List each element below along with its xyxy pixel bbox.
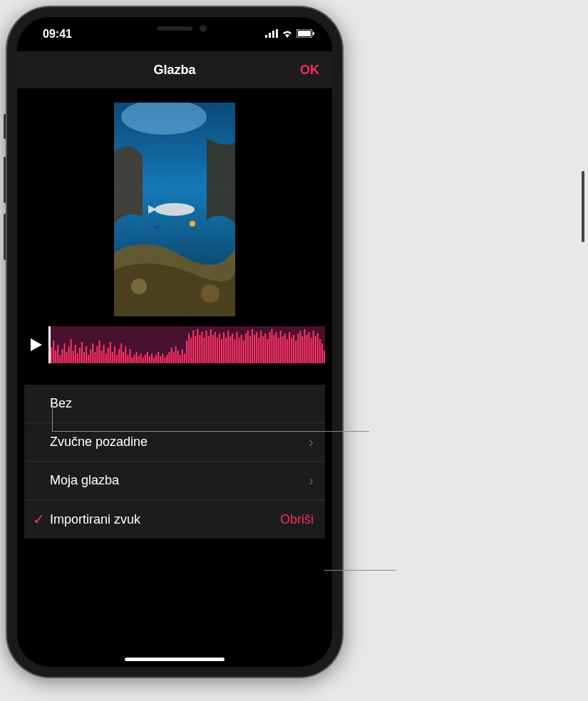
svg-rect-129	[297, 333, 299, 363]
svg-rect-47	[118, 349, 120, 363]
svg-rect-118	[274, 335, 275, 363]
svg-rect-132	[304, 329, 305, 363]
svg-rect-43	[110, 342, 111, 363]
page-title: Glazba	[17, 63, 332, 78]
svg-rect-33	[88, 355, 89, 363]
svg-rect-23	[66, 352, 68, 363]
option-none[interactable]: Bez	[24, 385, 325, 423]
svg-rect-102	[238, 338, 239, 363]
svg-rect-20	[59, 355, 61, 363]
svg-rect-35	[92, 343, 93, 363]
svg-rect-89	[210, 329, 212, 363]
delete-button[interactable]: Obriši	[280, 512, 314, 527]
svg-rect-108	[252, 329, 253, 363]
svg-rect-116	[269, 332, 270, 363]
svg-rect-55	[136, 352, 138, 363]
svg-rect-87	[206, 331, 207, 363]
svg-rect-135	[311, 338, 312, 363]
svg-rect-63	[153, 358, 155, 363]
svg-rect-48	[120, 343, 122, 363]
status-icons	[265, 28, 315, 41]
svg-rect-36	[94, 352, 96, 363]
checkmark-icon: ✓	[33, 511, 50, 528]
svg-point-9	[155, 203, 195, 216]
svg-point-13	[201, 284, 220, 303]
svg-rect-19	[57, 345, 58, 363]
music-options-list: Bez Zvučne pozadine › Moja glazba › ✓ Im…	[24, 385, 325, 539]
screen: 09:41 Glazba OK	[17, 17, 332, 667]
svg-rect-38	[98, 341, 100, 363]
svg-rect-140	[321, 343, 323, 363]
svg-rect-136	[313, 331, 314, 363]
svg-rect-103	[241, 335, 242, 363]
ok-button[interactable]: OK	[300, 63, 319, 78]
svg-rect-125	[289, 332, 290, 363]
svg-rect-26	[73, 350, 74, 363]
svg-rect-101	[236, 332, 237, 363]
video-preview	[17, 88, 332, 326]
svg-rect-139	[319, 339, 321, 363]
svg-rect-46	[116, 355, 118, 363]
svg-rect-39	[101, 350, 103, 363]
svg-rect-133	[306, 335, 307, 363]
status-time: 09:41	[34, 28, 72, 41]
svg-rect-50	[125, 346, 126, 363]
svg-rect-72	[173, 352, 175, 363]
battery-icon	[296, 28, 315, 41]
playhead[interactable]	[48, 326, 51, 363]
svg-rect-25	[71, 339, 72, 363]
svg-rect-71	[171, 348, 172, 363]
play-button[interactable]	[24, 326, 48, 363]
svg-rect-122	[282, 336, 284, 363]
option-soundtracks[interactable]: Zvučne pozadine ›	[24, 423, 325, 462]
svg-rect-28	[77, 353, 78, 363]
option-label: Zvučne pozadine	[36, 435, 309, 450]
svg-rect-56	[138, 356, 140, 363]
svg-rect-32	[86, 346, 87, 363]
svg-rect-80	[190, 338, 192, 363]
svg-rect-98	[229, 336, 231, 363]
svg-rect-60	[147, 352, 148, 363]
svg-rect-97	[227, 331, 229, 363]
svg-rect-109	[254, 335, 255, 363]
svg-rect-6	[313, 32, 314, 35]
wifi-icon	[281, 28, 294, 41]
svg-rect-81	[192, 331, 194, 363]
svg-rect-67	[162, 353, 163, 363]
svg-rect-5	[298, 31, 311, 36]
svg-rect-0	[265, 35, 267, 38]
svg-rect-58	[143, 358, 144, 363]
svg-rect-68	[164, 358, 165, 363]
svg-rect-66	[160, 356, 161, 363]
option-imported-audio[interactable]: ✓ Importirani zvuk Obriši	[24, 500, 325, 539]
phone-frame: 09:41 Glazba OK	[7, 7, 342, 677]
svg-rect-84	[199, 335, 200, 363]
svg-rect-107	[249, 336, 251, 363]
svg-rect-113	[262, 336, 264, 363]
chevron-right-icon: ›	[309, 434, 314, 450]
option-my-music[interactable]: Moja glazba ›	[24, 462, 325, 500]
option-label: Bez	[36, 396, 314, 411]
svg-rect-21	[61, 349, 63, 363]
svg-rect-105	[245, 333, 247, 363]
svg-point-11	[155, 225, 159, 229]
home-indicator[interactable]	[125, 658, 225, 661]
svg-rect-123	[284, 333, 286, 363]
svg-rect-24	[68, 346, 70, 363]
video-thumbnail[interactable]	[114, 103, 235, 316]
svg-rect-88	[208, 336, 210, 363]
svg-rect-119	[276, 332, 277, 363]
svg-rect-17	[53, 341, 54, 363]
svg-rect-141	[324, 350, 325, 363]
svg-rect-37	[96, 346, 98, 363]
svg-rect-100	[234, 339, 235, 363]
svg-rect-42	[108, 348, 109, 363]
svg-rect-92	[217, 338, 218, 363]
svg-rect-126	[291, 338, 292, 363]
svg-rect-82	[195, 336, 196, 363]
svg-rect-31	[83, 352, 85, 363]
audio-waveform[interactable]	[48, 326, 325, 363]
svg-rect-41	[105, 353, 107, 363]
svg-rect-131	[301, 336, 303, 363]
svg-rect-85	[201, 332, 202, 363]
